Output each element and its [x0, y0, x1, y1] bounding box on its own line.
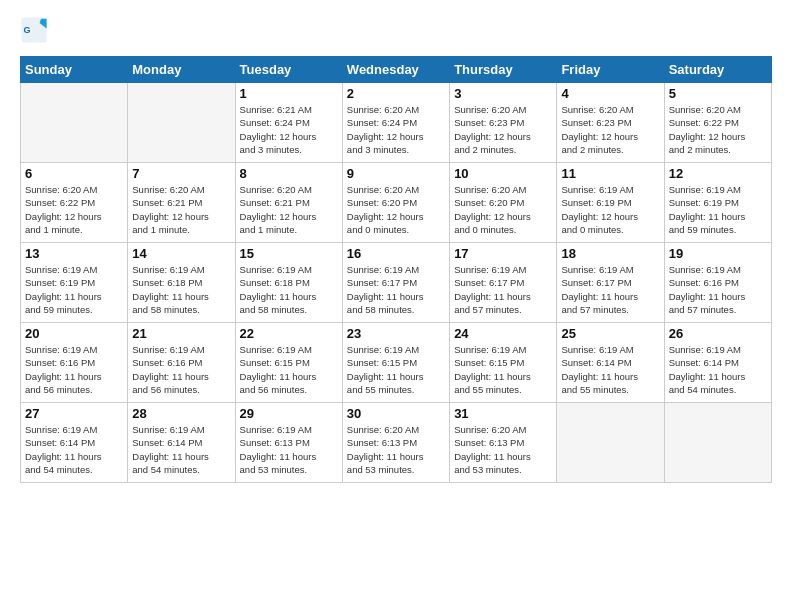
calendar-cell: 26Sunrise: 6:19 AM Sunset: 6:14 PM Dayli… — [664, 323, 771, 403]
day-info: Sunrise: 6:19 AM Sunset: 6:16 PM Dayligh… — [25, 343, 123, 396]
day-number: 1 — [240, 86, 338, 101]
day-info: Sunrise: 6:20 AM Sunset: 6:21 PM Dayligh… — [240, 183, 338, 236]
day-number: 20 — [25, 326, 123, 341]
day-number: 8 — [240, 166, 338, 181]
day-number: 25 — [561, 326, 659, 341]
day-number: 30 — [347, 406, 445, 421]
calendar-cell — [664, 403, 771, 483]
day-info: Sunrise: 6:19 AM Sunset: 6:19 PM Dayligh… — [561, 183, 659, 236]
day-number: 11 — [561, 166, 659, 181]
calendar-cell: 11Sunrise: 6:19 AM Sunset: 6:19 PM Dayli… — [557, 163, 664, 243]
calendar-cell: 24Sunrise: 6:19 AM Sunset: 6:15 PM Dayli… — [450, 323, 557, 403]
day-info: Sunrise: 6:20 AM Sunset: 6:13 PM Dayligh… — [347, 423, 445, 476]
day-info: Sunrise: 6:20 AM Sunset: 6:20 PM Dayligh… — [347, 183, 445, 236]
weekday-header: Friday — [557, 57, 664, 83]
calendar-week-row: 27Sunrise: 6:19 AM Sunset: 6:14 PM Dayli… — [21, 403, 772, 483]
day-info: Sunrise: 6:20 AM Sunset: 6:20 PM Dayligh… — [454, 183, 552, 236]
day-number: 18 — [561, 246, 659, 261]
day-number: 23 — [347, 326, 445, 341]
day-info: Sunrise: 6:19 AM Sunset: 6:14 PM Dayligh… — [25, 423, 123, 476]
calendar-cell: 14Sunrise: 6:19 AM Sunset: 6:18 PM Dayli… — [128, 243, 235, 323]
day-info: Sunrise: 6:19 AM Sunset: 6:16 PM Dayligh… — [669, 263, 767, 316]
day-number: 6 — [25, 166, 123, 181]
day-number: 17 — [454, 246, 552, 261]
calendar-table: SundayMondayTuesdayWednesdayThursdayFrid… — [20, 56, 772, 483]
weekday-header: Saturday — [664, 57, 771, 83]
calendar-cell: 2Sunrise: 6:20 AM Sunset: 6:24 PM Daylig… — [342, 83, 449, 163]
day-info: Sunrise: 6:19 AM Sunset: 6:17 PM Dayligh… — [454, 263, 552, 316]
calendar-cell: 7Sunrise: 6:20 AM Sunset: 6:21 PM Daylig… — [128, 163, 235, 243]
calendar-cell: 23Sunrise: 6:19 AM Sunset: 6:15 PM Dayli… — [342, 323, 449, 403]
calendar-cell: 4Sunrise: 6:20 AM Sunset: 6:23 PM Daylig… — [557, 83, 664, 163]
day-info: Sunrise: 6:19 AM Sunset: 6:17 PM Dayligh… — [347, 263, 445, 316]
day-number: 4 — [561, 86, 659, 101]
calendar-cell: 15Sunrise: 6:19 AM Sunset: 6:18 PM Dayli… — [235, 243, 342, 323]
calendar-cell: 3Sunrise: 6:20 AM Sunset: 6:23 PM Daylig… — [450, 83, 557, 163]
day-info: Sunrise: 6:19 AM Sunset: 6:14 PM Dayligh… — [669, 343, 767, 396]
day-info: Sunrise: 6:21 AM Sunset: 6:24 PM Dayligh… — [240, 103, 338, 156]
calendar-header-row: SundayMondayTuesdayWednesdayThursdayFrid… — [21, 57, 772, 83]
logo: G — [20, 16, 52, 44]
calendar-week-row: 20Sunrise: 6:19 AM Sunset: 6:16 PM Dayli… — [21, 323, 772, 403]
day-number: 16 — [347, 246, 445, 261]
calendar-cell: 6Sunrise: 6:20 AM Sunset: 6:22 PM Daylig… — [21, 163, 128, 243]
weekday-header: Tuesday — [235, 57, 342, 83]
calendar-cell: 9Sunrise: 6:20 AM Sunset: 6:20 PM Daylig… — [342, 163, 449, 243]
calendar-cell: 5Sunrise: 6:20 AM Sunset: 6:22 PM Daylig… — [664, 83, 771, 163]
day-number: 3 — [454, 86, 552, 101]
calendar-cell: 25Sunrise: 6:19 AM Sunset: 6:14 PM Dayli… — [557, 323, 664, 403]
day-info: Sunrise: 6:19 AM Sunset: 6:15 PM Dayligh… — [240, 343, 338, 396]
day-info: Sunrise: 6:19 AM Sunset: 6:15 PM Dayligh… — [347, 343, 445, 396]
day-info: Sunrise: 6:20 AM Sunset: 6:24 PM Dayligh… — [347, 103, 445, 156]
svg-text:G: G — [24, 25, 31, 35]
day-number: 27 — [25, 406, 123, 421]
day-number: 29 — [240, 406, 338, 421]
calendar-cell — [557, 403, 664, 483]
calendar-cell: 17Sunrise: 6:19 AM Sunset: 6:17 PM Dayli… — [450, 243, 557, 323]
calendar-cell: 18Sunrise: 6:19 AM Sunset: 6:17 PM Dayli… — [557, 243, 664, 323]
day-number: 14 — [132, 246, 230, 261]
day-info: Sunrise: 6:20 AM Sunset: 6:22 PM Dayligh… — [25, 183, 123, 236]
calendar-cell: 31Sunrise: 6:20 AM Sunset: 6:13 PM Dayli… — [450, 403, 557, 483]
calendar-cell: 28Sunrise: 6:19 AM Sunset: 6:14 PM Dayli… — [128, 403, 235, 483]
day-info: Sunrise: 6:19 AM Sunset: 6:19 PM Dayligh… — [25, 263, 123, 316]
day-number: 7 — [132, 166, 230, 181]
day-number: 19 — [669, 246, 767, 261]
calendar-cell: 22Sunrise: 6:19 AM Sunset: 6:15 PM Dayli… — [235, 323, 342, 403]
calendar-cell — [21, 83, 128, 163]
day-info: Sunrise: 6:19 AM Sunset: 6:16 PM Dayligh… — [132, 343, 230, 396]
day-info: Sunrise: 6:20 AM Sunset: 6:23 PM Dayligh… — [561, 103, 659, 156]
day-number: 21 — [132, 326, 230, 341]
day-number: 22 — [240, 326, 338, 341]
day-info: Sunrise: 6:19 AM Sunset: 6:15 PM Dayligh… — [454, 343, 552, 396]
day-number: 24 — [454, 326, 552, 341]
day-number: 31 — [454, 406, 552, 421]
day-info: Sunrise: 6:20 AM Sunset: 6:22 PM Dayligh… — [669, 103, 767, 156]
day-number: 26 — [669, 326, 767, 341]
calendar-cell: 10Sunrise: 6:20 AM Sunset: 6:20 PM Dayli… — [450, 163, 557, 243]
calendar-cell: 19Sunrise: 6:19 AM Sunset: 6:16 PM Dayli… — [664, 243, 771, 323]
calendar-cell: 13Sunrise: 6:19 AM Sunset: 6:19 PM Dayli… — [21, 243, 128, 323]
day-number: 12 — [669, 166, 767, 181]
calendar-cell: 16Sunrise: 6:19 AM Sunset: 6:17 PM Dayli… — [342, 243, 449, 323]
calendar-cell: 1Sunrise: 6:21 AM Sunset: 6:24 PM Daylig… — [235, 83, 342, 163]
day-info: Sunrise: 6:19 AM Sunset: 6:19 PM Dayligh… — [669, 183, 767, 236]
day-number: 13 — [25, 246, 123, 261]
day-info: Sunrise: 6:19 AM Sunset: 6:13 PM Dayligh… — [240, 423, 338, 476]
calendar-cell: 29Sunrise: 6:19 AM Sunset: 6:13 PM Dayli… — [235, 403, 342, 483]
day-number: 9 — [347, 166, 445, 181]
calendar-week-row: 6Sunrise: 6:20 AM Sunset: 6:22 PM Daylig… — [21, 163, 772, 243]
calendar-cell: 8Sunrise: 6:20 AM Sunset: 6:21 PM Daylig… — [235, 163, 342, 243]
calendar-week-row: 13Sunrise: 6:19 AM Sunset: 6:19 PM Dayli… — [21, 243, 772, 323]
calendar-cell: 27Sunrise: 6:19 AM Sunset: 6:14 PM Dayli… — [21, 403, 128, 483]
calendar-cell: 12Sunrise: 6:19 AM Sunset: 6:19 PM Dayli… — [664, 163, 771, 243]
day-number: 28 — [132, 406, 230, 421]
weekday-header: Sunday — [21, 57, 128, 83]
calendar-cell: 21Sunrise: 6:19 AM Sunset: 6:16 PM Dayli… — [128, 323, 235, 403]
day-number: 2 — [347, 86, 445, 101]
calendar-week-row: 1Sunrise: 6:21 AM Sunset: 6:24 PM Daylig… — [21, 83, 772, 163]
calendar-cell: 30Sunrise: 6:20 AM Sunset: 6:13 PM Dayli… — [342, 403, 449, 483]
day-info: Sunrise: 6:20 AM Sunset: 6:13 PM Dayligh… — [454, 423, 552, 476]
logo-icon: G — [20, 16, 48, 44]
day-info: Sunrise: 6:19 AM Sunset: 6:17 PM Dayligh… — [561, 263, 659, 316]
